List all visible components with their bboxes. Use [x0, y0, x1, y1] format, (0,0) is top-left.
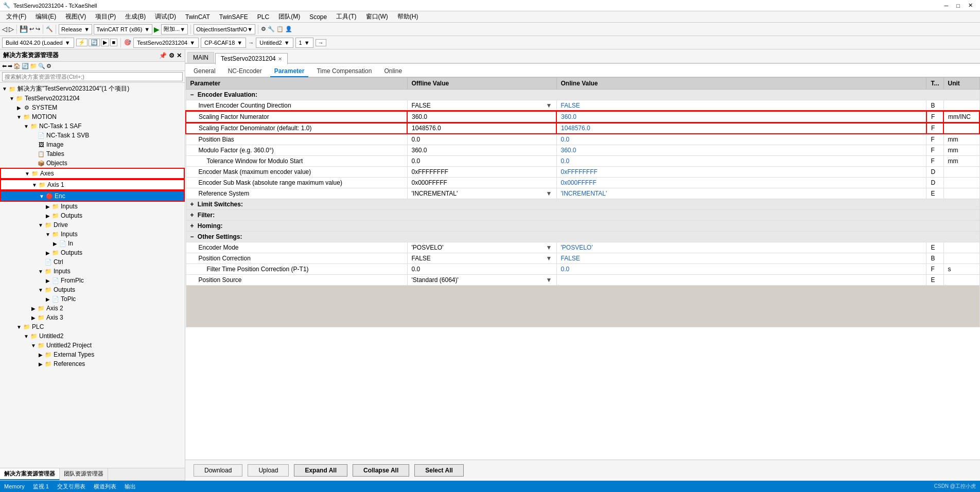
- toolbar-icon-2[interactable]: 🔧: [268, 26, 275, 32]
- expand-all-button[interactable]: Expand All: [294, 464, 347, 477]
- tree-item-axis2[interactable]: ▶ 📁 Axis 2: [0, 304, 185, 313]
- subtab-general[interactable]: General: [189, 66, 220, 77]
- subtab-time-compensation[interactable]: Time Compensation: [312, 66, 376, 77]
- target-dropdown[interactable]: Untitled2 ▼: [256, 38, 293, 48]
- dropdown-arrow-invert[interactable]: ▼: [546, 102, 552, 109]
- release-dropdown[interactable]: Release ▼: [59, 24, 92, 34]
- tab-main[interactable]: MAIN: [187, 52, 214, 63]
- expand-filter-icon[interactable]: +: [190, 212, 194, 219]
- collapse-other-icon[interactable]: −: [190, 233, 194, 240]
- subtab-nc-encoder[interactable]: NC-Encoder: [224, 66, 266, 77]
- tree-item-ctrl[interactable]: 📄 Ctrl: [0, 257, 185, 267]
- tree-item-drive[interactable]: ▼ 📁 Drive: [0, 220, 185, 230]
- dropdown-arrow-enc-mode[interactable]: ▼: [546, 244, 552, 251]
- menu-build[interactable]: 生成(B): [121, 11, 150, 22]
- tree-item-external-types[interactable]: ▶ 📁 External Types: [0, 350, 185, 359]
- menu-help[interactable]: 帮助(H): [393, 11, 423, 22]
- status-watch[interactable]: 监视 1: [33, 483, 49, 490]
- menu-debug[interactable]: 调试(D): [151, 11, 180, 22]
- tree-item-image[interactable]: 🖼 Image: [0, 140, 185, 149]
- twincat-dropdown[interactable]: TwinCAT RT (x86) ▼: [94, 24, 152, 34]
- menu-twinsafe[interactable]: TwinSAFE: [215, 12, 252, 22]
- menu-plc[interactable]: PLC: [253, 12, 273, 22]
- toolbar-btn-3[interactable]: ↩: [29, 26, 34, 32]
- tree-item-enc-inputs[interactable]: ▶ 📁 Inputs: [0, 202, 185, 211]
- toolbar-btn-4[interactable]: ↪: [36, 26, 40, 32]
- tree-item-fromplc[interactable]: ▶ 📄 FromPlc: [0, 276, 185, 285]
- dropdown-arrow-ref[interactable]: ▼: [546, 190, 552, 197]
- tree-item-axis3[interactable]: ▶ 📁 Axis 3: [0, 313, 185, 322]
- toolbar-btn-1[interactable]: ◁: [2, 25, 7, 33]
- dropdown-arrow-pos-src[interactable]: ▼: [546, 276, 552, 284]
- download-button[interactable]: Download: [194, 464, 242, 477]
- close-btn[interactable]: ✕: [964, 2, 977, 9]
- object-insert-dropdown[interactable]: ObjectInsertStartNO ▼: [194, 24, 255, 34]
- collapse-icon[interactable]: −: [190, 91, 194, 98]
- build-version-dropdown[interactable]: Build 4024.20 (Loaded ▼: [2, 38, 74, 48]
- tree-item-untitled2[interactable]: ▼ 📁 Untitled2: [0, 331, 185, 341]
- tree-item-motion[interactable]: ▼ 📁 MOTION: [0, 112, 185, 121]
- tree-item-enc[interactable]: ▼ 🔴 Enc: [0, 190, 185, 202]
- project-dropdown[interactable]: TestServo20231204 ▼: [133, 38, 199, 48]
- tree-item-references[interactable]: ▶ 📁 References: [0, 359, 185, 368]
- status-gantt[interactable]: 横道列表: [94, 483, 116, 490]
- tab-testservo[interactable]: TestServo20231204 ✕: [215, 53, 288, 65]
- menu-scope[interactable]: Scope: [305, 12, 331, 22]
- tree-item-plc[interactable]: ▼ 📁 PLC: [0, 322, 185, 331]
- tree-item-axes[interactable]: ▼ 📁 Axes: [0, 168, 185, 179]
- tab-close-icon[interactable]: ✕: [278, 56, 282, 62]
- menu-window[interactable]: 窗口(W): [362, 11, 392, 22]
- tree-item-nctask-saf[interactable]: ▼ 📁 NC-Task 1 SAF: [0, 121, 185, 131]
- toolbar-build[interactable]: 🔨: [46, 26, 53, 32]
- minimize-btn[interactable]: ─: [940, 3, 953, 9]
- tree-item-testservo[interactable]: ▼ 📁 TestServo20231204: [0, 94, 185, 103]
- menu-file[interactable]: 文件(F): [2, 11, 30, 22]
- menu-edit[interactable]: 编辑(E): [31, 11, 60, 22]
- attach-dropdown[interactable]: 附加... ▼: [161, 24, 188, 34]
- toolbar-icon-3[interactable]: 📋: [276, 26, 284, 32]
- num-dropdown[interactable]: 1 ▼: [295, 38, 313, 48]
- subtab-online[interactable]: Online: [380, 66, 406, 77]
- tree-item-drive-outputs[interactable]: ▶ 📁 Outputs: [0, 248, 185, 257]
- maximize-btn[interactable]: □: [952, 3, 964, 9]
- pin-icon[interactable]: 📌: [159, 52, 167, 59]
- tree-item-tables[interactable]: 📋 Tables: [0, 149, 185, 159]
- tree-item-outputs[interactable]: ▼ 📁 Outputs: [0, 285, 185, 294]
- toolbar-icon-1[interactable]: ⚙: [261, 26, 266, 32]
- upload-button[interactable]: Upload: [248, 464, 289, 477]
- tree-item-drive-inputs[interactable]: ▼ 📁 Inputs: [0, 230, 185, 239]
- menu-tools[interactable]: 工具(T): [332, 11, 360, 22]
- tree-item-drive-in[interactable]: ▶ 📄 In: [0, 239, 185, 248]
- tree-item-objects[interactable]: 📦 Objects: [0, 159, 185, 168]
- lb-tab-solution[interactable]: 解决方案资源管理器: [0, 468, 60, 480]
- tree-item-toplc[interactable]: ▶ 📄 ToPlc: [0, 294, 185, 304]
- menu-team[interactable]: 团队(M): [274, 11, 304, 22]
- config-dropdown[interactable]: CP-6CAF18 ▼: [201, 38, 246, 48]
- menu-view[interactable]: 视图(V): [61, 11, 90, 22]
- menu-twincat[interactable]: TwinCAT: [181, 12, 214, 22]
- dropdown-arrow-pos-corr[interactable]: ▼: [546, 255, 552, 262]
- status-memory[interactable]: Memory: [4, 483, 25, 489]
- play-icon[interactable]: ▶: [154, 25, 160, 33]
- tree-item-axis1[interactable]: ▼ 📁 Axis 1: [0, 179, 185, 190]
- tree-item-solution[interactable]: ▼ 📁 解决方案"TestServo20231204"(1 个项目): [0, 84, 185, 94]
- expand-limit-icon[interactable]: +: [190, 201, 194, 208]
- tree-item-enc-outputs[interactable]: ▶ 📁 Outputs: [0, 211, 185, 220]
- status-crossref[interactable]: 交叉引用表: [57, 483, 85, 490]
- toolbar-btn-2[interactable]: ▷: [9, 25, 14, 33]
- tree-item-system[interactable]: ▶ ⚙ SYSTEM: [0, 103, 185, 112]
- subtab-parameter[interactable]: Parameter: [270, 66, 309, 77]
- tree-item-nctask-svb[interactable]: 📄 NC-Task 1 SVB: [0, 131, 185, 140]
- select-all-button[interactable]: Select All: [414, 464, 464, 477]
- menu-project[interactable]: 项目(P): [91, 11, 120, 22]
- search-input[interactable]: [2, 72, 183, 81]
- collapse-all-button[interactable]: Collapse All: [353, 464, 409, 477]
- settings-icon[interactable]: ⚙: [169, 52, 174, 59]
- toolbar-icon-4[interactable]: 👤: [285, 26, 292, 32]
- toolbar-save[interactable]: 💾: [20, 25, 28, 33]
- close-panel-btn[interactable]: ✕: [177, 52, 182, 59]
- tree-item-untitled2-project[interactable]: ▼ 📁 Untitled2 Project: [0, 341, 185, 350]
- lb-tab-team[interactable]: 团队资源管理器: [60, 468, 108, 480]
- expand-homing-icon[interactable]: +: [190, 222, 194, 230]
- tree-item-inputs[interactable]: ▼ 📁 Inputs: [0, 267, 185, 276]
